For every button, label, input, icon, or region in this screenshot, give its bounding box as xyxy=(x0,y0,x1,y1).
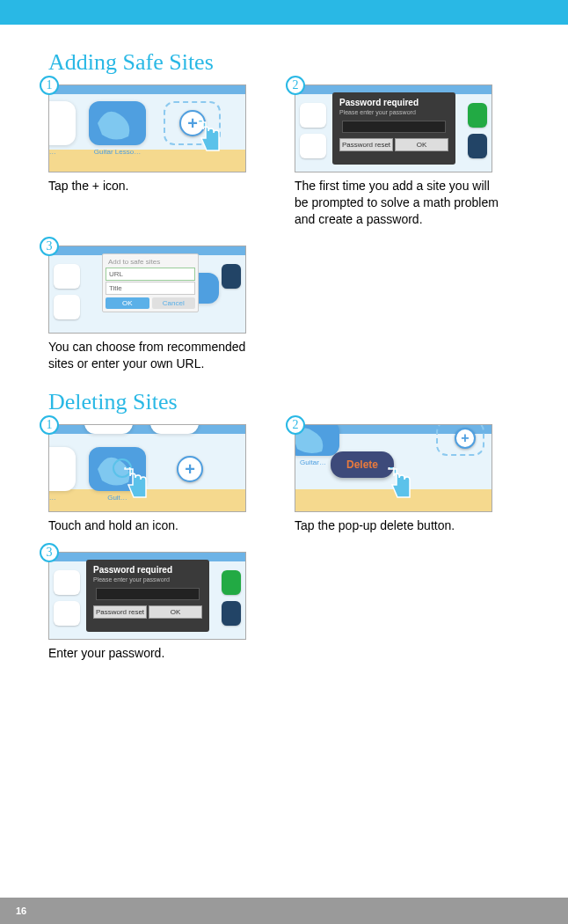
modal-title: Password required xyxy=(336,96,422,109)
thumb-add-3: Add to safe sites URL Title OK Cancel xyxy=(48,246,246,334)
password-modal: Password required Please enter your pass… xyxy=(332,92,455,165)
hand-icon xyxy=(115,467,150,502)
page-number: 16 xyxy=(16,906,26,916)
modal-title: Password required xyxy=(90,563,176,576)
modal-subtitle: Please enter your password xyxy=(336,109,419,119)
adding-step-3: 3 Add to safe sites URL Title OK Cancel … xyxy=(48,246,268,372)
btn-reset: Password reset xyxy=(93,605,147,619)
password-input xyxy=(342,121,447,133)
thumb-add-1: sso… Guitar Lesso… + xyxy=(48,84,246,172)
adding-row-2: 3 Add to safe sites URL Title OK Cancel … xyxy=(48,246,520,372)
bubble-label: sso… xyxy=(48,148,56,156)
section-title-deleting: Deleting Sites xyxy=(48,389,520,415)
password-input xyxy=(96,588,200,600)
step-caption: Tap the pop-up delete button. xyxy=(295,517,501,534)
step-caption: You can choose from recom­mended sites o… xyxy=(48,339,255,372)
deleting-step-2: 2 Guitar… + Delete Tap the pop-up delete… xyxy=(295,424,514,534)
thumb-del-1: sso… Guit… + xyxy=(48,424,246,512)
deleting-step-1: 1 sso… Guit… + Touch and hold an icon. xyxy=(48,424,268,534)
page-footer: 16 xyxy=(0,898,568,924)
password-modal: Password required Please enter your pass… xyxy=(86,560,209,632)
btn-reset: Password reset xyxy=(339,138,393,151)
dialog-ok-btn: OK xyxy=(106,297,149,309)
adding-row-1: 1 sso… Guitar Lesso… + Tap the + icon. xyxy=(48,84,520,228)
dialog-title: Add to safe sites xyxy=(106,257,195,267)
step-badge: 3 xyxy=(40,237,59,256)
bubble-label: Guitar Lesso… xyxy=(94,148,141,156)
title-field: Title xyxy=(106,282,195,295)
page-content: Adding Safe Sites 1 sso… Guitar Lesso… + xyxy=(0,25,568,662)
deleting-row-1: 1 sso… Guit… + Touch and hold an icon. xyxy=(48,424,520,534)
adding-step-2: 2 Password required Please enter your pa… xyxy=(295,84,514,228)
step-badge: 2 xyxy=(286,76,305,95)
adding-step-1: 1 sso… Guitar Lesso… + Tap the + icon. xyxy=(48,84,268,228)
url-field: URL xyxy=(106,268,195,281)
thumb-add-2: Password required Please enter your pass… xyxy=(295,84,492,172)
thumb-del-3: Password required Please enter your pass… xyxy=(48,552,246,640)
add-site-dialog: Add to safe sites URL Title OK Cancel xyxy=(102,253,199,312)
section-title-adding: Adding Safe Sites xyxy=(48,49,520,76)
bubble-label: Guitar… xyxy=(300,458,326,466)
hand-icon xyxy=(379,467,414,502)
step-caption: Touch and hold an icon. xyxy=(48,517,255,534)
dialog-cancel-btn: Cancel xyxy=(152,297,196,309)
deleting-row-2: 3 Password required Please enter your pa… xyxy=(48,552,520,662)
btn-ok: OK xyxy=(395,138,448,151)
step-badge: 1 xyxy=(40,76,59,95)
deleting-step-3: 3 Password required Please enter your pa… xyxy=(48,552,268,662)
thumb-del-2: Guitar… + Delete xyxy=(295,424,492,512)
bubble-label: sso… xyxy=(48,494,56,502)
hand-icon xyxy=(188,121,223,156)
btn-ok: OK xyxy=(149,605,202,619)
top-header-bar xyxy=(0,0,568,25)
step-caption: The first time you add a site you will b… xyxy=(295,178,501,228)
step-caption: Tap the + icon. xyxy=(48,178,255,194)
step-caption: Enter your password. xyxy=(48,645,255,662)
modal-subtitle: Please enter your password xyxy=(90,576,173,586)
